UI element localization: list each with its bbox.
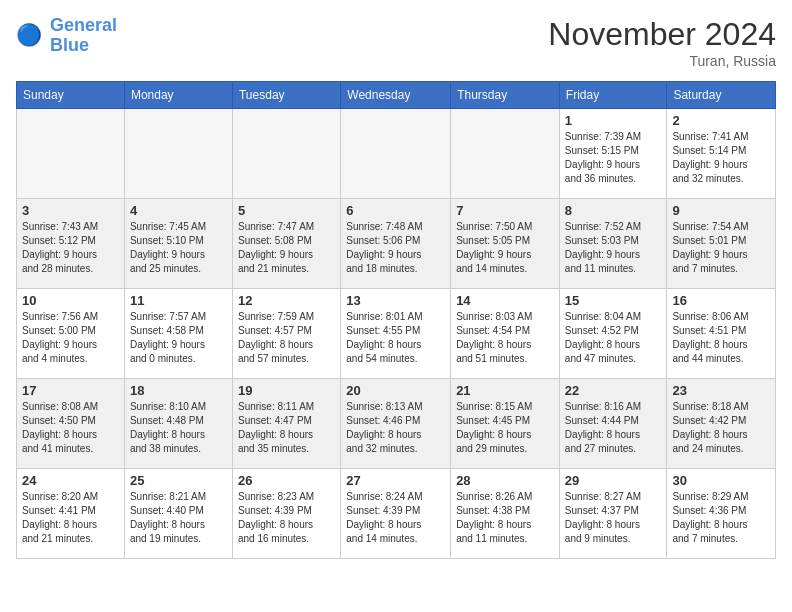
day-cell: 26Sunrise: 8:23 AM Sunset: 4:39 PM Dayli… <box>232 469 340 559</box>
day-number: 11 <box>130 293 227 308</box>
day-header-monday: Monday <box>124 82 232 109</box>
day-cell: 19Sunrise: 8:11 AM Sunset: 4:47 PM Dayli… <box>232 379 340 469</box>
page-header: 🔵 General Blue November 2024 Turan, Russ… <box>16 16 776 69</box>
empty-day-cell <box>124 109 232 199</box>
day-info: Sunrise: 7:56 AM Sunset: 5:00 PM Dayligh… <box>22 310 119 366</box>
calendar-table: SundayMondayTuesdayWednesdayThursdayFrid… <box>16 81 776 559</box>
day-number: 13 <box>346 293 445 308</box>
day-info: Sunrise: 7:59 AM Sunset: 4:57 PM Dayligh… <box>238 310 335 366</box>
day-header-thursday: Thursday <box>451 82 560 109</box>
day-number: 15 <box>565 293 662 308</box>
day-cell: 1Sunrise: 7:39 AM Sunset: 5:15 PM Daylig… <box>559 109 667 199</box>
day-info: Sunrise: 8:03 AM Sunset: 4:54 PM Dayligh… <box>456 310 554 366</box>
day-info: Sunrise: 7:52 AM Sunset: 5:03 PM Dayligh… <box>565 220 662 276</box>
day-cell: 28Sunrise: 8:26 AM Sunset: 4:38 PM Dayli… <box>451 469 560 559</box>
day-cell: 7Sunrise: 7:50 AM Sunset: 5:05 PM Daylig… <box>451 199 560 289</box>
day-info: Sunrise: 7:41 AM Sunset: 5:14 PM Dayligh… <box>672 130 770 186</box>
day-number: 16 <box>672 293 770 308</box>
day-cell: 6Sunrise: 7:48 AM Sunset: 5:06 PM Daylig… <box>341 199 451 289</box>
day-header-sunday: Sunday <box>17 82 125 109</box>
day-cell: 5Sunrise: 7:47 AM Sunset: 5:08 PM Daylig… <box>232 199 340 289</box>
day-info: Sunrise: 8:13 AM Sunset: 4:46 PM Dayligh… <box>346 400 445 456</box>
day-number: 2 <box>672 113 770 128</box>
day-number: 28 <box>456 473 554 488</box>
day-number: 4 <box>130 203 227 218</box>
calendar-week-row: 10Sunrise: 7:56 AM Sunset: 5:00 PM Dayli… <box>17 289 776 379</box>
day-info: Sunrise: 8:08 AM Sunset: 4:50 PM Dayligh… <box>22 400 119 456</box>
logo-text: General Blue <box>50 16 117 56</box>
day-cell: 9Sunrise: 7:54 AM Sunset: 5:01 PM Daylig… <box>667 199 776 289</box>
calendar-week-row: 24Sunrise: 8:20 AM Sunset: 4:41 PM Dayli… <box>17 469 776 559</box>
day-cell: 15Sunrise: 8:04 AM Sunset: 4:52 PM Dayli… <box>559 289 667 379</box>
day-cell: 16Sunrise: 8:06 AM Sunset: 4:51 PM Dayli… <box>667 289 776 379</box>
day-header-saturday: Saturday <box>667 82 776 109</box>
day-cell: 8Sunrise: 7:52 AM Sunset: 5:03 PM Daylig… <box>559 199 667 289</box>
day-number: 18 <box>130 383 227 398</box>
day-cell: 29Sunrise: 8:27 AM Sunset: 4:37 PM Dayli… <box>559 469 667 559</box>
day-info: Sunrise: 8:21 AM Sunset: 4:40 PM Dayligh… <box>130 490 227 546</box>
day-cell: 2Sunrise: 7:41 AM Sunset: 5:14 PM Daylig… <box>667 109 776 199</box>
day-number: 29 <box>565 473 662 488</box>
svg-text:🔵: 🔵 <box>16 22 43 48</box>
day-info: Sunrise: 8:27 AM Sunset: 4:37 PM Dayligh… <box>565 490 662 546</box>
day-cell: 27Sunrise: 8:24 AM Sunset: 4:39 PM Dayli… <box>341 469 451 559</box>
location: Turan, Russia <box>548 53 776 69</box>
day-number: 25 <box>130 473 227 488</box>
day-number: 14 <box>456 293 554 308</box>
day-header-wednesday: Wednesday <box>341 82 451 109</box>
day-cell: 17Sunrise: 8:08 AM Sunset: 4:50 PM Dayli… <box>17 379 125 469</box>
day-cell: 23Sunrise: 8:18 AM Sunset: 4:42 PM Dayli… <box>667 379 776 469</box>
day-info: Sunrise: 8:26 AM Sunset: 4:38 PM Dayligh… <box>456 490 554 546</box>
day-number: 12 <box>238 293 335 308</box>
empty-day-cell <box>17 109 125 199</box>
day-info: Sunrise: 8:20 AM Sunset: 4:41 PM Dayligh… <box>22 490 119 546</box>
calendar-week-row: 17Sunrise: 8:08 AM Sunset: 4:50 PM Dayli… <box>17 379 776 469</box>
calendar-header-row: SundayMondayTuesdayWednesdayThursdayFrid… <box>17 82 776 109</box>
day-cell: 11Sunrise: 7:57 AM Sunset: 4:58 PM Dayli… <box>124 289 232 379</box>
day-info: Sunrise: 7:47 AM Sunset: 5:08 PM Dayligh… <box>238 220 335 276</box>
day-number: 6 <box>346 203 445 218</box>
day-info: Sunrise: 8:11 AM Sunset: 4:47 PM Dayligh… <box>238 400 335 456</box>
day-number: 10 <box>22 293 119 308</box>
day-number: 8 <box>565 203 662 218</box>
day-number: 7 <box>456 203 554 218</box>
day-info: Sunrise: 7:57 AM Sunset: 4:58 PM Dayligh… <box>130 310 227 366</box>
day-number: 3 <box>22 203 119 218</box>
day-number: 27 <box>346 473 445 488</box>
day-info: Sunrise: 8:16 AM Sunset: 4:44 PM Dayligh… <box>565 400 662 456</box>
day-info: Sunrise: 7:39 AM Sunset: 5:15 PM Dayligh… <box>565 130 662 186</box>
day-cell: 12Sunrise: 7:59 AM Sunset: 4:57 PM Dayli… <box>232 289 340 379</box>
logo-icon: 🔵 <box>16 21 46 51</box>
day-info: Sunrise: 8:23 AM Sunset: 4:39 PM Dayligh… <box>238 490 335 546</box>
day-header-friday: Friday <box>559 82 667 109</box>
day-info: Sunrise: 8:15 AM Sunset: 4:45 PM Dayligh… <box>456 400 554 456</box>
day-number: 17 <box>22 383 119 398</box>
day-cell: 21Sunrise: 8:15 AM Sunset: 4:45 PM Dayli… <box>451 379 560 469</box>
day-number: 22 <box>565 383 662 398</box>
day-cell: 3Sunrise: 7:43 AM Sunset: 5:12 PM Daylig… <box>17 199 125 289</box>
day-info: Sunrise: 8:24 AM Sunset: 4:39 PM Dayligh… <box>346 490 445 546</box>
empty-day-cell <box>451 109 560 199</box>
day-number: 24 <box>22 473 119 488</box>
calendar-week-row: 3Sunrise: 7:43 AM Sunset: 5:12 PM Daylig… <box>17 199 776 289</box>
day-number: 26 <box>238 473 335 488</box>
day-cell: 25Sunrise: 8:21 AM Sunset: 4:40 PM Dayli… <box>124 469 232 559</box>
day-number: 21 <box>456 383 554 398</box>
title-area: November 2024 Turan, Russia <box>548 16 776 69</box>
logo: 🔵 General Blue <box>16 16 117 56</box>
empty-day-cell <box>232 109 340 199</box>
day-info: Sunrise: 8:04 AM Sunset: 4:52 PM Dayligh… <box>565 310 662 366</box>
day-info: Sunrise: 7:50 AM Sunset: 5:05 PM Dayligh… <box>456 220 554 276</box>
day-number: 5 <box>238 203 335 218</box>
day-number: 1 <box>565 113 662 128</box>
day-info: Sunrise: 7:48 AM Sunset: 5:06 PM Dayligh… <box>346 220 445 276</box>
day-cell: 14Sunrise: 8:03 AM Sunset: 4:54 PM Dayli… <box>451 289 560 379</box>
day-cell: 22Sunrise: 8:16 AM Sunset: 4:44 PM Dayli… <box>559 379 667 469</box>
calendar-week-row: 1Sunrise: 7:39 AM Sunset: 5:15 PM Daylig… <box>17 109 776 199</box>
day-cell: 10Sunrise: 7:56 AM Sunset: 5:00 PM Dayli… <box>17 289 125 379</box>
day-number: 23 <box>672 383 770 398</box>
day-header-tuesday: Tuesday <box>232 82 340 109</box>
day-info: Sunrise: 8:01 AM Sunset: 4:55 PM Dayligh… <box>346 310 445 366</box>
month-title: November 2024 <box>548 16 776 53</box>
day-info: Sunrise: 7:54 AM Sunset: 5:01 PM Dayligh… <box>672 220 770 276</box>
